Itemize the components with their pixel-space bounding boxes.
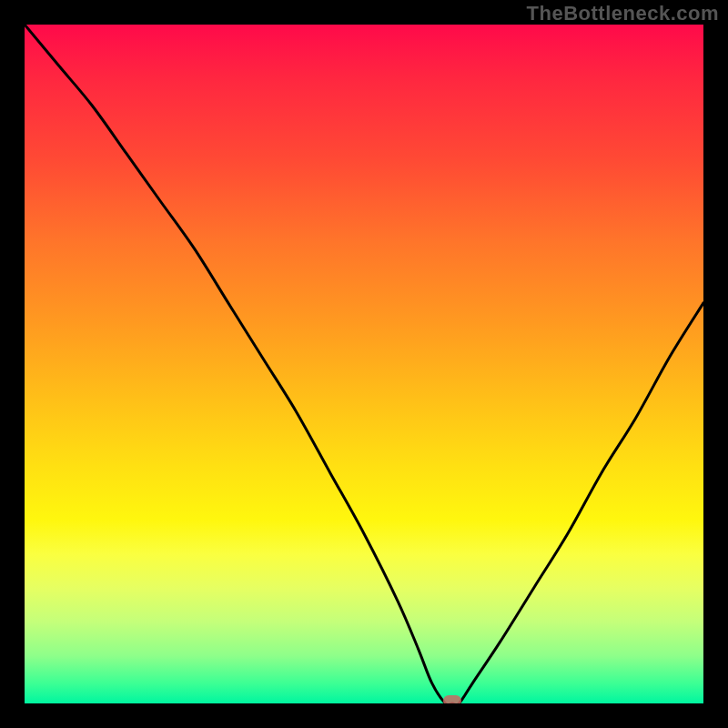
optimal-marker: [443, 695, 461, 703]
chart-frame: TheBottleneck.com: [0, 0, 728, 728]
bottleneck-curve: [25, 25, 703, 703]
watermark-text: TheBottleneck.com: [527, 2, 719, 25]
plot-area: [25, 25, 703, 703]
